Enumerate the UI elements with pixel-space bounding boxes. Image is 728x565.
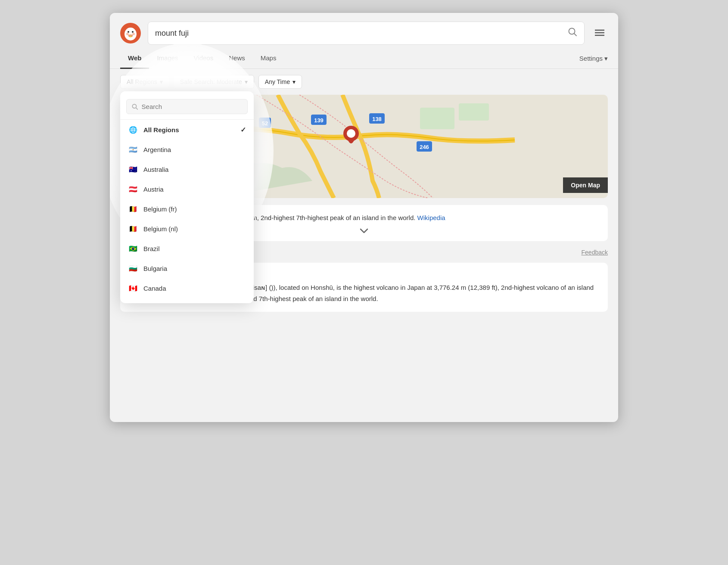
region-search-input[interactable] xyxy=(142,103,242,110)
settings-arrow-icon: ▾ xyxy=(604,55,608,62)
any-time-button[interactable]: Any Time ▾ xyxy=(258,75,302,89)
duckduckgo-logo xyxy=(120,23,141,43)
region-name-belgium-nl: Belgium (nl) xyxy=(143,225,178,233)
region-item-belgium-fr[interactable]: 🇧🇪 Belgium (fr) xyxy=(120,199,254,219)
svg-point-6 xyxy=(132,31,134,33)
region-item-argentina[interactable]: 🇦🇷 Argentina xyxy=(120,140,254,159)
svg-rect-21 xyxy=(459,103,489,121)
safe-search-arrow-icon: ▾ xyxy=(245,78,248,85)
dropdown-search-area xyxy=(120,96,254,120)
region-name-austria: Austria xyxy=(143,186,164,193)
svg-point-10 xyxy=(126,33,129,35)
bulgaria-flag-icon: 🇧🇬 xyxy=(128,263,138,273)
time-filter-label: Any Time xyxy=(265,78,290,85)
region-filter-arrow-icon: ▾ xyxy=(160,78,163,85)
region-name-brazil: Brazil xyxy=(143,245,160,252)
belgium-nl-flag-icon: 🇧🇪 xyxy=(128,224,138,234)
tab-videos[interactable]: Videos xyxy=(186,48,221,69)
time-filter-arrow-icon: ▾ xyxy=(292,78,296,85)
region-name-canada: Canada xyxy=(143,285,166,292)
brazil-flag-icon: 🇧🇷 xyxy=(128,243,138,254)
svg-point-8 xyxy=(128,34,133,36)
region-name-bulgaria: Bulgaria xyxy=(143,265,167,272)
tab-images[interactable]: Images xyxy=(149,48,186,69)
open-map-button[interactable]: Open Map xyxy=(563,177,608,193)
region-item-austria[interactable]: 🇦🇹 Austria xyxy=(120,179,254,199)
svg-text:138: 138 xyxy=(372,116,382,122)
region-item-australia[interactable]: 🇦🇺 Australia xyxy=(120,159,254,179)
nav-tabs: Web Images Videos News Maps Settings ▾ xyxy=(110,48,618,69)
filter-bar: All Regions ▾ Safe Search: Moderate ▾ An… xyxy=(110,69,618,95)
region-item-belgium-nl[interactable]: 🇧🇪 Belgium (nl) xyxy=(120,219,254,239)
feedback-link[interactable]: Feedback xyxy=(582,249,608,256)
dropdown-search-icon xyxy=(132,103,138,110)
tab-news[interactable]: News xyxy=(221,48,253,69)
menu-button[interactable] xyxy=(591,24,608,42)
svg-point-32 xyxy=(349,132,353,135)
svg-rect-20 xyxy=(420,108,454,129)
search-input[interactable] xyxy=(155,29,564,38)
region-name-argentina: Argentina xyxy=(143,146,171,153)
all-regions-icon: 🌐 xyxy=(128,124,138,135)
search-button[interactable] xyxy=(568,27,577,39)
tab-maps[interactable]: Maps xyxy=(253,48,284,69)
region-list: 🌐 All Regions ✓ 🇦🇷 Argentina 🇦🇺 Australi… xyxy=(120,120,254,298)
settings-button[interactable]: Settings ▾ xyxy=(579,49,608,68)
austria-flag-icon: 🇦🇹 xyxy=(128,184,138,194)
info-wiki-link[interactable]: Wikipedia xyxy=(417,214,445,221)
region-item-canada[interactable]: 🇨🇦 Canada xyxy=(120,278,254,298)
all-regions-button[interactable]: All Regions ▾ xyxy=(120,75,169,89)
region-dropdown: 🌐 All Regions ✓ 🇦🇷 Argentina 🇦🇺 Australi… xyxy=(120,91,254,303)
region-item-bulgaria[interactable]: 🇧🇬 Bulgaria xyxy=(120,258,254,278)
region-item-all[interactable]: 🌐 All Regions ✓ xyxy=(120,120,254,140)
svg-line-13 xyxy=(574,34,577,36)
search-bar[interactable] xyxy=(148,22,585,45)
region-check-icon: ✓ xyxy=(240,126,246,134)
region-name-australia: Australia xyxy=(143,166,168,173)
svg-text:52: 52 xyxy=(262,120,268,127)
settings-label: Settings xyxy=(579,55,603,62)
svg-point-5 xyxy=(128,31,129,33)
australia-flag-icon: 🇦🇺 xyxy=(128,164,138,174)
safe-search-label: Safe Search: Moderate xyxy=(180,78,242,85)
svg-point-11 xyxy=(132,33,135,35)
argentina-flag-icon: 🇦🇷 xyxy=(128,144,138,155)
region-name-all: All Regions xyxy=(143,126,179,133)
safe-search-button[interactable]: Safe Search: Moderate ▾ xyxy=(174,75,254,89)
svg-line-18 xyxy=(136,108,138,109)
region-item-brazil[interactable]: 🇧🇷 Brazil xyxy=(120,239,254,258)
belgium-fr-flag-icon: 🇧🇪 xyxy=(128,204,138,214)
tab-web[interactable]: Web xyxy=(120,48,149,69)
svg-text:139: 139 xyxy=(314,117,324,124)
region-filter-label: All Regions xyxy=(127,78,157,85)
region-name-belgium-fr: Belgium (fr) xyxy=(143,205,177,213)
svg-text:246: 246 xyxy=(420,144,429,150)
svg-point-9 xyxy=(129,36,132,37)
canada-flag-icon: 🇨🇦 xyxy=(128,283,138,293)
